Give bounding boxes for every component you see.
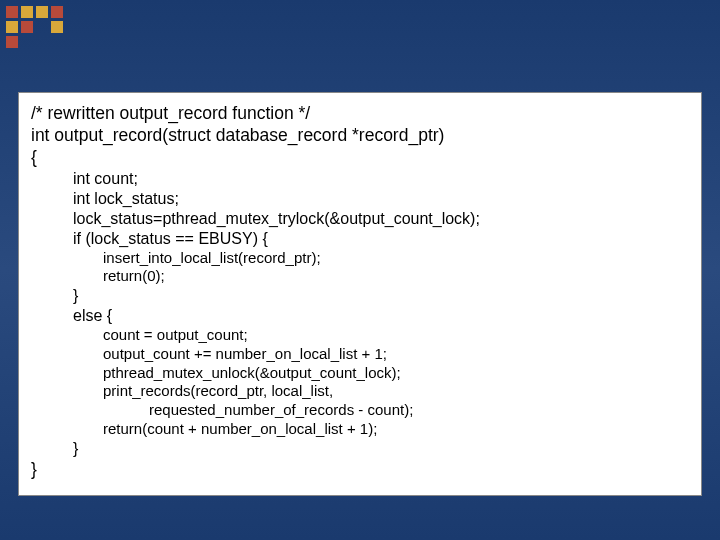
code-line: else { (31, 306, 689, 326)
decorative-squares (6, 6, 63, 51)
code-line: int lock_status; (31, 189, 689, 209)
code-line: requested_number_of_records - count); (31, 401, 689, 420)
code-line: /* rewritten output_record function */ (31, 103, 689, 125)
code-line: insert_into_local_list(record_ptr); (31, 249, 689, 268)
code-line: output_count += number_on_local_list + 1… (31, 345, 689, 364)
code-line: } (31, 459, 689, 481)
code-line: lock_status=pthread_mutex_trylock(&outpu… (31, 209, 689, 229)
code-line: return(count + number_on_local_list + 1)… (31, 420, 689, 439)
code-panel: /* rewritten output_record function */ i… (18, 92, 702, 496)
code-line: int count; (31, 169, 689, 189)
code-line: { (31, 147, 689, 169)
code-line: } (31, 286, 689, 306)
code-line: print_records(record_ptr, local_list, (31, 382, 689, 401)
code-line: count = output_count; (31, 326, 689, 345)
code-line: int output_record(struct database_record… (31, 125, 689, 147)
code-line: if (lock_status == EBUSY) { (31, 229, 689, 249)
code-line: } (31, 439, 689, 459)
code-line: return(0); (31, 267, 689, 286)
code-line: pthread_mutex_unlock(&output_count_lock)… (31, 364, 689, 383)
